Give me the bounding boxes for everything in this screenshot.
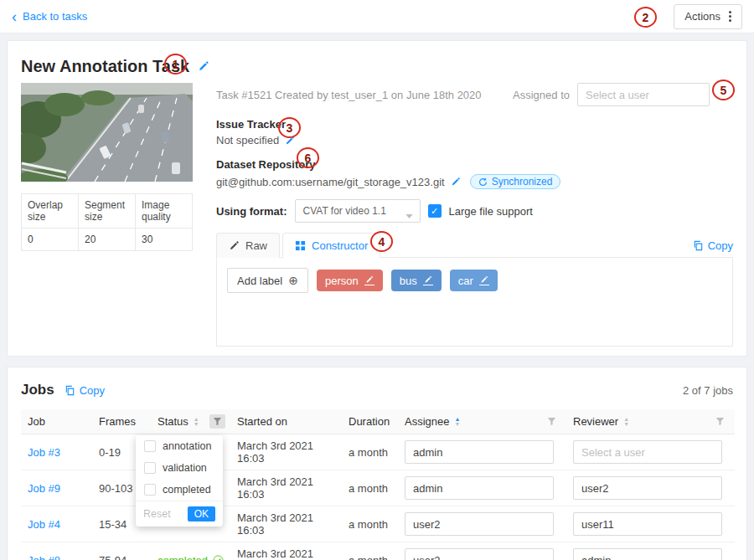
callout-6: 6 [297, 147, 319, 168]
jobs-count: 2 of 7 jobs [683, 384, 733, 397]
jobs-table: Job Frames Status ▲▼ Started on [21, 409, 735, 560]
callout-3: 3 [278, 117, 301, 138]
job-assignee-select[interactable] [405, 512, 554, 536]
job-reviewer-select[interactable] [573, 548, 722, 560]
actions-label: Actions [684, 10, 720, 23]
labels-tabs: Raw Constructor Copy [216, 233, 733, 258]
job-row: Job #9 90-103 March 3rd 2021 16:03 a mon… [21, 470, 735, 506]
column-assignee: Assignee ▲▼ [398, 409, 566, 434]
column-frames: Frames [92, 409, 151, 434]
add-label-text: Add label [237, 275, 282, 287]
assigned-to-group: Assigned to [513, 83, 710, 106]
task-assignee-select[interactable] [577, 83, 710, 106]
using-format-label: Using format: [216, 205, 287, 218]
copy-icon [693, 240, 704, 251]
label-tag-person[interactable]: person [317, 270, 383, 291]
filter-ok-button[interactable]: OK [188, 506, 215, 521]
job-assignee-select[interactable] [405, 440, 554, 464]
actions-button[interactable]: Actions [674, 4, 742, 29]
tab-raw[interactable]: Raw [216, 233, 280, 258]
edit-repository-icon[interactable] [451, 177, 461, 187]
job-duration: a month [342, 506, 398, 542]
pencil-icon [364, 275, 374, 285]
job-link[interactable]: Job #3 [28, 446, 60, 459]
dataset-repository-label: Dataset Repository [216, 158, 733, 171]
copy-icon [65, 385, 75, 396]
back-to-tasks-link[interactable]: ‹ Back to tasks [12, 10, 87, 23]
checkbox-validation[interactable] [144, 462, 156, 474]
job-link[interactable]: Job #4 [28, 518, 60, 531]
check-circle-icon [213, 555, 224, 560]
pencil-icon [423, 275, 433, 285]
label-tag-car[interactable]: car [450, 270, 498, 291]
assignee-sorter[interactable]: ▲▼ [454, 417, 460, 427]
job-row: Job #8 75-94 completed March 3rd 2021 16… [21, 542, 735, 560]
jobs-copy-label: Copy [80, 384, 105, 397]
pencil-icon [229, 240, 240, 251]
large-file-support-checkbox[interactable]: ✓ [428, 204, 442, 218]
labels-copy-button[interactable]: Copy [693, 239, 733, 257]
task-details-card: New Annotation Task [7, 40, 747, 357]
job-assignee-select[interactable] [405, 548, 554, 560]
job-duration: a month [342, 470, 398, 506]
add-label-button[interactable]: Add label ⊕ [227, 268, 308, 293]
column-started-on: Started on [230, 409, 342, 434]
filter-reset-button[interactable]: Reset [143, 508, 171, 520]
jobs-copy-button[interactable]: Copy [65, 384, 105, 397]
checkbox-annotation[interactable] [144, 440, 156, 452]
segment-size-value: 20 [79, 229, 136, 251]
callout-5: 5 [712, 80, 735, 100]
format-selected-value: CVAT for video 1.1 [303, 205, 386, 217]
tab-raw-label: Raw [245, 239, 267, 252]
filter-option-completed[interactable]: completed [136, 479, 223, 501]
assignee-filter-icon[interactable] [544, 414, 560, 429]
label-tag-bus[interactable]: bus [391, 270, 442, 291]
params-value-row: 0 20 30 [22, 229, 193, 251]
filter-option-completed-label: completed [163, 484, 211, 496]
reviewer-sorter[interactable]: ▲▼ [623, 417, 629, 427]
job-reviewer-select[interactable] [573, 512, 722, 536]
column-reviewer-label: Reviewer [573, 415, 618, 428]
job-link[interactable]: Job #8 [28, 554, 60, 560]
format-select[interactable]: CVAT for video 1.1 [295, 199, 421, 223]
label-tag-car-text: car [458, 275, 473, 287]
edit-title-icon[interactable] [198, 60, 209, 72]
jobs-title: Jobs [21, 382, 54, 398]
task-meta-row: Task #1521 Created by test_user_1 on Jun… [216, 83, 733, 106]
callout-1: 1 [164, 54, 187, 74]
reviewer-filter-icon[interactable] [712, 414, 728, 429]
format-row: Using format: CVAT for video 1.1 ✓ Large… [216, 199, 733, 223]
job-started: March 3rd 2021 16:03 [230, 542, 342, 560]
callout-4: 4 [370, 231, 393, 252]
job-reviewer-select[interactable] [573, 440, 722, 464]
task-preview-image [21, 83, 193, 182]
repository-url: git@github.com:username/git_storage_v123… [216, 176, 445, 188]
tab-constructor[interactable]: Constructor [282, 233, 380, 258]
job-duration: a month [342, 542, 398, 560]
labels-copy-label: Copy [708, 239, 733, 252]
cvat-task-page: ‹ Back to tasks Actions New Annotation T… [0, 0, 754, 560]
job-link[interactable]: Job #9 [28, 482, 60, 495]
callout-2: 2 [634, 7, 657, 28]
plus-circle-icon: ⊕ [288, 274, 298, 287]
status-sorter[interactable]: ▲▼ [194, 417, 199, 427]
column-reviewer: Reviewer ▲▼ [566, 409, 735, 434]
label-tag-bus-text: bus [400, 275, 417, 287]
checkbox-completed[interactable] [144, 484, 156, 496]
jobs-table-header-row: Job Frames Status ▲▼ Started on [21, 409, 735, 434]
chevron-down-icon [405, 209, 413, 221]
sync-status-label: Synchronized [492, 176, 553, 188]
back-label: Back to tasks [23, 10, 87, 23]
job-started: March 3rd 2021 16:03 [230, 470, 342, 506]
jobs-header: Jobs Copy 2 of 7 jobs [21, 379, 733, 401]
job-assignee-select[interactable] [405, 476, 554, 500]
filter-option-annotation[interactable]: annotation [136, 435, 223, 457]
overlap-size-value: 0 [22, 229, 79, 251]
filter-option-validation-label: validation [163, 462, 207, 474]
status-filter-icon[interactable] [209, 414, 225, 429]
filter-option-validation[interactable]: validation [136, 457, 223, 479]
job-reviewer-select[interactable] [573, 476, 722, 500]
tab-constructor-label: Constructor [312, 239, 368, 252]
job-row: Job #4 15-34 March 3rd 2021 16:03 a mont… [21, 506, 735, 542]
dataset-repository-value-row: git@github.com:username/git_storage_v123… [216, 174, 733, 189]
